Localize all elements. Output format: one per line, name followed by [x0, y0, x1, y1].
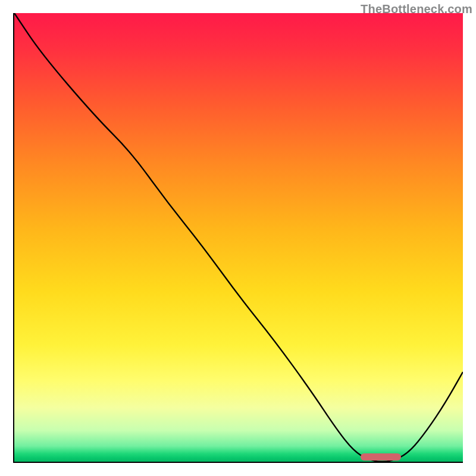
chart-container: TheBottleneck.com [0, 0, 476, 476]
optimal-range-marker [361, 453, 401, 461]
bottleneck-curve-path [14, 13, 463, 462]
plot-area [13, 13, 463, 463]
curve-svg [14, 13, 463, 462]
